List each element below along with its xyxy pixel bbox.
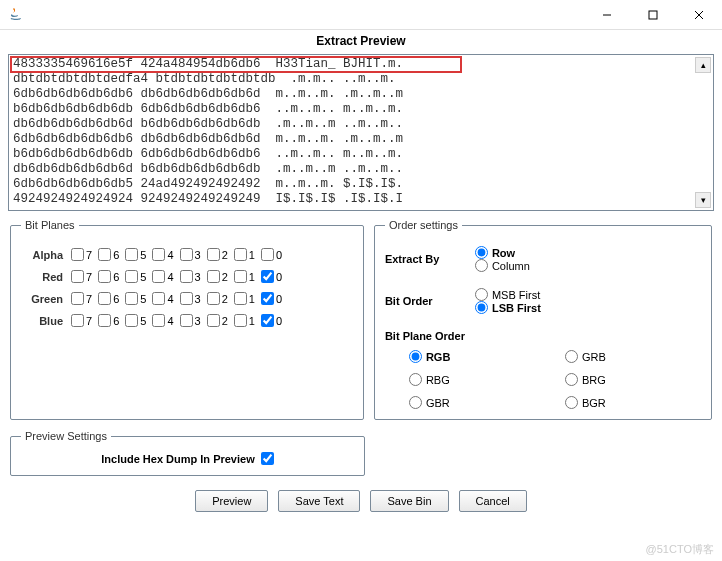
radio-bitorder-msbfirst[interactable]: MSB First [475,288,541,301]
bitplane-bit-label: 0 [276,293,282,305]
bitplane-checkbox-blue-4[interactable] [152,314,165,327]
bitplane-cell: 0 [261,248,282,261]
bitplane-cell: 7 [71,248,92,261]
radio-input[interactable] [565,373,578,386]
radio-input[interactable] [475,259,488,272]
bitplane-checkbox-blue-1[interactable] [234,314,247,327]
bitplane-checkbox-blue-3[interactable] [180,314,193,327]
radio-planeorder-brg[interactable]: BRG [565,373,687,386]
bitplane-checkbox-red-1[interactable] [234,270,247,283]
bitplane-bit-label: 0 [276,249,282,261]
bitplane-checkbox-blue-2[interactable] [207,314,220,327]
radio-bitorder-lsbfirst[interactable]: LSB First [475,301,541,314]
radio-planeorder-rbg[interactable]: RBG [409,373,531,386]
bitplane-cell: 3 [180,270,201,283]
bitplane-checkbox-alpha-7[interactable] [71,248,84,261]
window-minimize-button[interactable] [584,0,630,30]
window-close-button[interactable] [676,0,722,30]
preview-textarea[interactable]: 4833335469616e5f 424a484954db6db6 H33Tia… [9,55,713,210]
bitplane-checkbox-alpha-5[interactable] [125,248,138,261]
preview-settings-legend: Preview Settings [21,430,111,442]
bitplane-cell: 1 [234,248,255,261]
bitplane-checkbox-green-3[interactable] [180,292,193,305]
radio-extractby-row[interactable]: Row [475,246,530,259]
bitplane-bit-label: 6 [113,315,119,327]
bitplane-bit-label: 7 [86,249,92,261]
cancel-button[interactable]: Cancel [459,490,527,512]
radio-input[interactable] [565,350,578,363]
save-text-button[interactable]: Save Text [278,490,360,512]
radio-input[interactable] [409,396,422,409]
radio-input[interactable] [409,350,422,363]
radio-planeorder-rgb[interactable]: RGB [409,350,531,363]
bitplane-checkbox-alpha-2[interactable] [207,248,220,261]
bitplane-cell: 5 [125,314,146,327]
bitplane-checkbox-alpha-1[interactable] [234,248,247,261]
bitplane-channel-label: Alpha [21,249,63,261]
bitplane-bit-label: 4 [167,293,173,305]
bitplane-checkbox-alpha-0[interactable] [261,248,274,261]
bitplane-checkbox-red-7[interactable] [71,270,84,283]
titlebar [0,0,722,30]
radio-input[interactable] [409,373,422,386]
bit-planes-legend: Bit Planes [21,219,79,231]
window-maximize-button[interactable] [630,0,676,30]
radio-label: RBG [426,374,450,386]
svg-rect-1 [649,11,657,19]
bitplane-cell: 5 [125,248,146,261]
bitplane-checkbox-green-6[interactable] [98,292,111,305]
bitplane-bit-label: 3 [195,249,201,261]
bitplane-cell: 1 [234,314,255,327]
bitplane-checkbox-blue-7[interactable] [71,314,84,327]
bitplane-checkbox-green-1[interactable] [234,292,247,305]
bitplane-bit-label: 3 [195,293,201,305]
radio-planeorder-bgr[interactable]: BGR [565,396,687,409]
bitplane-bit-label: 1 [249,293,255,305]
save-bin-button[interactable]: Save Bin [370,490,448,512]
scroll-down-button[interactable]: ▾ [695,192,711,208]
bitplane-checkbox-alpha-4[interactable] [152,248,165,261]
bitplane-checkbox-red-5[interactable] [125,270,138,283]
bitplane-checkbox-green-2[interactable] [207,292,220,305]
bitplane-checkbox-red-4[interactable] [152,270,165,283]
bitplane-checkbox-green-4[interactable] [152,292,165,305]
preview-button[interactable]: Preview [195,490,268,512]
radio-input[interactable] [475,246,488,259]
radio-label: RGB [426,351,450,363]
watermark: @51CTO博客 [646,542,714,557]
bitplane-checkbox-red-0[interactable] [261,270,274,283]
radio-input[interactable] [475,301,488,314]
bitplane-cell: 4 [152,248,173,261]
bitplane-checkbox-blue-6[interactable] [98,314,111,327]
bitplane-checkbox-alpha-6[interactable] [98,248,111,261]
bitplane-checkbox-red-2[interactable] [207,270,220,283]
bitplane-cell: 6 [98,314,119,327]
preview-textarea-wrap: 4833335469616e5f 424a484954db6db6 H33Tia… [8,54,714,211]
bitplane-cell: 2 [207,248,228,261]
radio-planeorder-grb[interactable]: GRB [565,350,687,363]
radio-input[interactable] [475,288,488,301]
bitplane-checkbox-green-5[interactable] [125,292,138,305]
include-hex-checkbox[interactable] [261,452,274,465]
radio-input[interactable] [565,396,578,409]
radio-label: BGR [582,397,606,409]
bitplane-cell: 1 [234,292,255,305]
bitplane-bit-label: 2 [222,293,228,305]
bitplane-bit-label: 3 [195,315,201,327]
bitplane-checkbox-blue-5[interactable] [125,314,138,327]
radio-extractby-column[interactable]: Column [475,259,530,272]
bitplane-checkbox-green-0[interactable] [261,292,274,305]
bitplane-checkbox-blue-0[interactable] [261,314,274,327]
bitplane-channel-label: Green [21,293,63,305]
radio-planeorder-gbr[interactable]: GBR [409,396,531,409]
bitplane-checkbox-red-3[interactable] [180,270,193,283]
bitplane-checkbox-red-6[interactable] [98,270,111,283]
include-hex-label: Include Hex Dump In Preview [101,453,254,465]
bitplane-checkbox-alpha-3[interactable] [180,248,193,261]
bitplane-cell: 7 [71,292,92,305]
bitplane-cell: 2 [207,314,228,327]
bitplane-cell: 3 [180,248,201,261]
bitplane-checkbox-green-7[interactable] [71,292,84,305]
order-settings-group: Order settings Extract By RowColumn Bit … [374,219,712,420]
scroll-up-button[interactable]: ▴ [695,57,711,73]
